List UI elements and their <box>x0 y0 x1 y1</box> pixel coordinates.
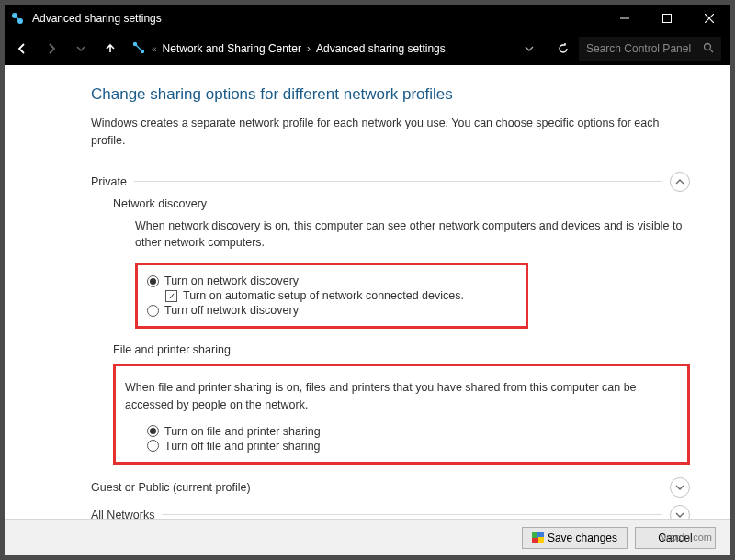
divider <box>134 181 662 182</box>
cancel-label: Cancel <box>658 532 692 544</box>
recent-dropdown[interactable] <box>67 35 95 62</box>
file-printer-group: When file and printer sharing is on, fil… <box>113 364 690 465</box>
checkbox-icon: ✓ <box>165 290 177 302</box>
page-subtitle: Windows creates a separate network profi… <box>91 115 670 150</box>
file-printer-desc: When file and printer sharing is on, fil… <box>125 379 676 414</box>
section-all-label: All Networks <box>91 509 154 520</box>
radio-fp-on-label: Turn on file and printer sharing <box>164 425 321 438</box>
chevron-right-icon: › <box>307 42 311 55</box>
app-icon <box>10 11 25 26</box>
network-discovery-head: Network discovery <box>113 197 690 210</box>
window: Advanced sharing settings « Network and … <box>5 5 730 555</box>
titlebar: Advanced sharing settings <box>5 5 730 32</box>
back-button[interactable] <box>8 35 36 62</box>
footer: Save changes Cancel <box>5 519 730 555</box>
section-private[interactable]: Private <box>91 174 690 190</box>
cancel-button[interactable]: Cancel <box>635 527 716 549</box>
divider <box>258 487 662 487</box>
search-box[interactable]: Search Control Panel <box>579 37 721 61</box>
section-guest-label: Guest or Public (current profile) <box>91 481 251 494</box>
network-discovery-desc: When network discovery is on, this compu… <box>135 218 686 252</box>
checkbox-nd-auto[interactable]: ✓Turn on automatic setup of network conn… <box>165 289 516 302</box>
up-button[interactable] <box>96 35 124 62</box>
radio-icon <box>147 425 159 437</box>
forward-button[interactable] <box>38 35 65 62</box>
network-discovery-options: Turn on network discovery ✓Turn on autom… <box>135 263 528 329</box>
save-changes-button[interactable]: Save changes <box>522 527 628 549</box>
radio-nd-off-label: Turn off network discovery <box>164 304 299 317</box>
network-icon <box>131 40 146 58</box>
content-pane: Change sharing options for different net… <box>5 65 730 519</box>
radio-nd-on-label: Turn on network discovery <box>164 274 299 287</box>
svg-point-5 <box>705 43 711 50</box>
breadcrumb-parent[interactable]: Network and Sharing Center <box>163 42 301 55</box>
address-dropdown[interactable] <box>511 44 548 53</box>
radio-icon <box>147 440 159 452</box>
section-all[interactable]: All Networks <box>91 507 690 520</box>
section-guest[interactable]: Guest or Public (current profile) <box>91 479 690 496</box>
maximize-button[interactable] <box>646 5 688 32</box>
checkbox-nd-auto-label: Turn on automatic setup of network conne… <box>183 289 464 302</box>
window-title: Advanced sharing settings <box>32 12 162 25</box>
radio-fp-off[interactable]: Turn off file and printer sharing <box>147 440 678 453</box>
section-private-label: Private <box>91 175 127 188</box>
radio-nd-off[interactable]: Turn off network discovery <box>147 304 516 317</box>
breadcrumb-up-icon[interactable]: « <box>152 44 157 54</box>
file-printer-head: File and printer sharing <box>113 343 690 356</box>
nav-bar: « Network and Sharing Center › Advanced … <box>5 32 730 65</box>
save-changes-label: Save changes <box>548 532 617 544</box>
close-button[interactable] <box>688 5 730 32</box>
search-placeholder: Search Control Panel <box>586 42 697 55</box>
svg-rect-2 <box>663 15 672 23</box>
expand-icon[interactable] <box>670 477 690 498</box>
refresh-button[interactable] <box>549 35 577 62</box>
address-bar[interactable]: « Network and Sharing Center › Advanced … <box>126 40 509 58</box>
radio-fp-off-label: Turn off file and printer sharing <box>164 440 321 453</box>
divider <box>162 514 662 515</box>
collapse-icon[interactable] <box>670 172 690 192</box>
minimize-button[interactable] <box>604 5 646 32</box>
radio-icon <box>147 275 159 287</box>
expand-icon[interactable] <box>670 505 690 520</box>
search-icon <box>703 42 714 56</box>
radio-nd-on[interactable]: Turn on network discovery <box>147 274 516 287</box>
file-printer-options: Turn on file and printer sharing Turn of… <box>147 425 678 453</box>
radio-fp-on[interactable]: Turn on file and printer sharing <box>147 425 678 438</box>
page-heading: Change sharing options for different net… <box>91 85 690 104</box>
breadcrumb-current[interactable]: Advanced sharing settings <box>316 42 446 55</box>
radio-icon <box>147 305 159 317</box>
